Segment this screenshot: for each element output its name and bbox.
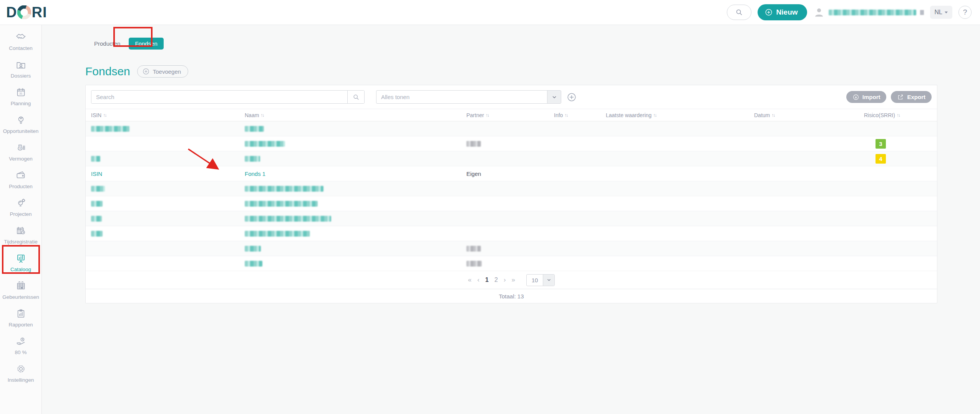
global-search-button[interactable] [727, 5, 751, 20]
sidebar-item-rapporten[interactable]: Rapporten [0, 308, 41, 336]
redacted-value [245, 231, 310, 237]
user-menu[interactable] [813, 7, 924, 18]
column-header-naam[interactable]: Naam↑↓ [239, 112, 461, 118]
import-button[interactable]: Import [846, 91, 887, 103]
money-bag-icon: $ [16, 142, 26, 154]
pagination-first-button[interactable]: « [468, 276, 471, 284]
plus-circle-icon [142, 68, 150, 75]
column-header-partner[interactable]: Partner↑↓ [461, 112, 549, 118]
search-submit-button[interactable] [347, 91, 364, 103]
table-row[interactable] [86, 181, 937, 196]
cell-partner [461, 141, 549, 147]
column-header-datum[interactable]: Datum↑↓ [749, 112, 859, 118]
sidebar-item-cataloog[interactable]: Cataloog [0, 253, 41, 281]
breadcrumb-current-fondsen-button[interactable]: Fondsen [129, 38, 163, 50]
cell-partner [461, 246, 549, 252]
sidebar-item-label: Vermogen [9, 156, 33, 162]
sidebar-item-gebeurtenissen[interactable]: Gebeurtenissen [0, 281, 41, 308]
export-icon [897, 94, 904, 101]
sidebar-item-label: Dossiers [11, 73, 31, 79]
column-header-waardering[interactable]: Laatste waardering↑↓ [600, 112, 749, 118]
breadcrumb-parent[interactable]: Producten [94, 40, 120, 47]
export-button[interactable]: Export [891, 91, 932, 103]
chevron-down-icon [551, 94, 557, 100]
table-row[interactable] [86, 121, 937, 136]
add-button-label: Toevoegen [153, 68, 181, 75]
sidebar-item-label: 80 % [15, 349, 27, 355]
new-button[interactable]: Nieuw [758, 4, 807, 20]
pagination-last-button[interactable]: » [512, 276, 515, 284]
redacted-value [91, 126, 129, 132]
table-row[interactable]: ISINFonds 1Eigen [86, 166, 937, 181]
table-row[interactable] [86, 196, 937, 211]
sidebar-item-label: Tijdsregistratie [4, 239, 37, 245]
cell-naam[interactable]: Fonds 1 [239, 171, 461, 177]
redacted-value [245, 156, 260, 162]
caret-down-icon [945, 12, 948, 13]
chart-board-icon [16, 253, 26, 265]
pagination-page-2[interactable]: 2 [494, 277, 498, 283]
pagination-next-button[interactable]: › [504, 276, 506, 284]
table-row[interactable] [86, 211, 937, 226]
risk-badge: 3 [876, 139, 886, 149]
page-size-arrow[interactable] [543, 275, 554, 286]
new-button-label: Nieuw [776, 8, 798, 17]
sidebar-item-dossiers[interactable]: Dossiers [0, 60, 41, 87]
idea-bulb-icon [16, 115, 26, 127]
cell-isin [86, 201, 239, 207]
funds-table-card: Alles tonen Import [85, 85, 937, 303]
column-header-isin[interactable]: ISIN↑↓ [86, 112, 239, 118]
sort-icon: ↑↓ [653, 113, 656, 118]
sidebar-item-vermogen[interactable]: $ Vermogen [0, 142, 41, 170]
cell-isin [86, 126, 239, 132]
sidebar-item-label: Projecten [10, 211, 32, 217]
report-chart-icon [16, 308, 26, 320]
sort-icon: ↑↓ [771, 113, 774, 118]
language-selector[interactable]: NL [930, 6, 952, 19]
table-row[interactable] [86, 226, 937, 241]
table-body: 34ISINFonds 1Eigen [86, 121, 937, 271]
help-button[interactable]: ? [958, 6, 972, 19]
page-title: Fondsen [85, 65, 130, 78]
sidebar-item-label: Contacten [9, 45, 33, 51]
svg-text:31: 31 [19, 92, 23, 95]
sidebar-item-producten[interactable]: Producten [0, 170, 41, 198]
sidebar-item-planning[interactable]: 31 Planning [0, 87, 41, 115]
language-label: NL [935, 9, 942, 16]
redacted-value [245, 216, 331, 222]
cell-isin[interactable]: ISIN [86, 171, 239, 177]
redacted-value [91, 156, 100, 162]
filter-select-arrow[interactable] [547, 91, 561, 103]
avatar [813, 7, 825, 18]
add-filter-button[interactable] [567, 92, 577, 102]
table-row[interactable] [86, 241, 937, 256]
table-row[interactable]: 3 [86, 136, 937, 151]
search-input[interactable] [91, 91, 347, 103]
hand-coin-icon [16, 336, 26, 348]
sidebar-item-contacten[interactable]: Contacten [0, 32, 41, 60]
column-header-risico[interactable]: Risico(SRRI)↑↓ [859, 112, 938, 118]
app-logo: D RI [6, 4, 47, 21]
table-search [91, 90, 365, 104]
cell-risico: 3 [859, 139, 938, 149]
page-size-select[interactable]: 10 [526, 274, 555, 286]
total-count: Totaal: 13 [86, 289, 937, 303]
pagination-prev-button[interactable]: ‹ [477, 276, 479, 284]
cell-isin [86, 216, 239, 222]
pagination-page-1[interactable]: 1 [485, 277, 489, 283]
sidebar-item-projecten[interactable]: Projecten [0, 198, 41, 225]
table-row[interactable] [86, 256, 937, 271]
calendar-31-icon: 31 [16, 87, 26, 99]
table-row[interactable]: 4 [86, 151, 937, 166]
sidebar-item-opportuniteiten[interactable]: Opportuniteiten [0, 115, 41, 142]
sidebar-item-tijdsregistratie[interactable]: Tijdsregistratie [0, 225, 41, 253]
add-button[interactable]: Toevoegen [137, 65, 188, 78]
sidebar-item-tachtig[interactable]: 80 % [0, 336, 41, 364]
calendar-grid-icon [16, 281, 26, 293]
folder-user-icon [16, 60, 26, 71]
cell-naam [239, 156, 461, 162]
sidebar-item-label: Opportuniteiten [3, 128, 38, 134]
sidebar-item-instellingen[interactable]: Instellingen [0, 364, 41, 391]
column-header-info[interactable]: Info↑↓ [549, 112, 600, 118]
filter-select[interactable]: Alles tonen [376, 90, 561, 104]
